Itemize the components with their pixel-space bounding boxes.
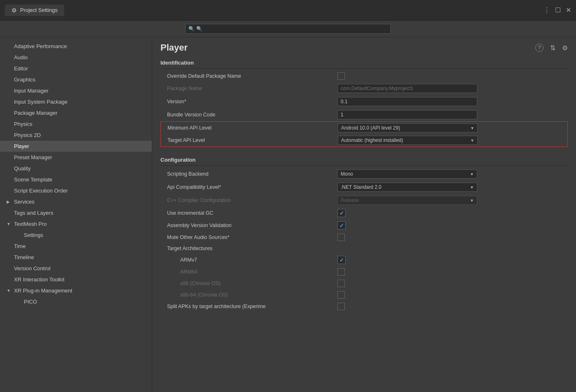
search-input-wrap: 🔍 [185,24,391,34]
search-input[interactable] [185,24,391,34]
use-incremental-gc-label: Use incremental GC [160,210,337,216]
sidebar-item-label: Input System Package [14,99,67,105]
sidebar-item-script-execution-order[interactable]: Script Execution Order [0,185,152,196]
header-icons: ? ⇅ ⚙ [535,44,568,52]
armv7-label: ARMv7 [160,257,337,263]
configuration-section: Configuration Scripting Backend Mono ▼ A… [152,153,576,319]
sidebar-item-input-system-package[interactable]: Input System Package [0,96,152,107]
mute-other-audio-sources-value [337,234,568,241]
maximize-icon[interactable]: ☐ [555,6,561,14]
title-bar-tab[interactable]: ⚙ Project Settings [5,5,64,16]
sidebar-item-audio[interactable]: Audio [0,52,152,63]
api-compatibility-level-dropdown[interactable]: .NET Standard 2.0 [337,183,477,192]
sidebar-item-textmesh-pro[interactable]: ▼ TextMesh Pro [0,218,152,230]
split-apks-value [337,303,568,310]
sidebar-item-package-manager[interactable]: Package Manager [0,107,152,118]
sidebar-item-label: Graphics [14,77,35,83]
window-title: Project Settings [20,7,58,13]
sidebar-item-xr-interaction-toolkit[interactable]: XR Interaction Toolkit [0,274,152,285]
sidebar-item-preset-manager[interactable]: Preset Manager [0,152,152,163]
use-incremental-gc-row: Use incremental GC [160,207,568,219]
more-options-icon[interactable]: ⋮ [543,6,550,14]
sidebar-item-adaptive-performance[interactable]: Adaptive Performance [0,41,152,52]
content-area: Player ? ⇅ ⚙ Identification Override Def… [152,37,576,392]
search-icon: 🔍 [188,26,195,32]
sidebar-item-pico[interactable]: PICO [0,296,152,307]
sidebar-item-quality[interactable]: Quality [0,163,152,174]
assembly-version-validation-checkbox[interactable] [337,221,346,230]
sidebar-item-label: Services [14,199,35,205]
scripting-backend-dropdown[interactable]: Mono [337,169,477,179]
sidebar-item-label: Physics 2D [14,132,41,138]
arm64-label: ARM64 [160,269,337,275]
sidebar-item-services[interactable]: ▶ Services [0,196,152,207]
package-name-row: Package Name [160,82,568,95]
override-default-package-name-checkbox[interactable] [337,72,345,80]
sidebar-item-physics[interactable]: Physics [0,118,152,130]
scripting-backend-value: Mono ▼ [337,169,568,179]
assembly-version-validation-value [337,221,568,230]
sidebar-item-timeline[interactable]: Timeline [0,252,152,263]
chevron-down-icon: ▼ [7,222,12,226]
configuration-header: Configuration [160,153,568,166]
package-name-input[interactable] [337,84,477,93]
sidebar-item-label: Version Control [14,265,51,271]
use-incremental-gc-checkbox[interactable] [337,209,346,217]
split-apks-checkbox[interactable] [337,303,345,310]
sidebar-item-version-control[interactable]: Version Control [0,263,152,274]
sidebar-item-input-manager[interactable]: Input Manager [0,85,152,96]
layout-icon[interactable]: ⇅ [550,44,555,52]
armv7-checkbox[interactable] [337,256,346,264]
assembly-version-validation-label: Assembly Version Validation [160,223,337,228]
use-incremental-gc-value [337,209,568,217]
x86-64-chrome-os-row: x86-64 (Chrome OS) [160,289,568,301]
sidebar-item-scene-template[interactable]: Scene Template [0,174,152,185]
override-default-package-name-label: Override Default Package Name [160,73,337,79]
mute-other-audio-sources-checkbox[interactable] [337,234,345,241]
sidebar-item-label: Timeline [14,254,34,260]
x86-chrome-os-checkbox[interactable] [337,280,345,287]
sidebar-item-textmesh-settings[interactable]: Settings [0,230,152,241]
arm64-row: ARM64 [160,266,568,278]
sidebar-item-physics-2d[interactable]: Physics 2D [0,130,152,141]
target-architectures-row: Target Architectures [160,243,568,254]
target-api-level-row: Target API Level Automatic (highest inst… [161,134,567,146]
arm64-value [337,268,568,276]
x86-chrome-os-row: x86 (Chrome OS) [160,278,568,289]
x86-64-chrome-os-checkbox[interactable] [337,291,345,299]
api-compatibility-level-row: Api Compatibility Level* .NET Standard 2… [160,181,568,194]
package-name-label: Package Name [160,86,337,91]
sidebar-item-graphics[interactable]: Graphics [0,74,152,85]
arm64-checkbox[interactable] [337,268,345,276]
version-input[interactable] [337,97,477,106]
override-default-package-name-value [337,72,568,80]
minimum-api-level-dropdown[interactable]: Android 10.0 (API level 29) [338,123,478,132]
sidebar-item-player[interactable]: Player [0,141,152,152]
cpp-compiler-configuration-row: C++ Compiler Configuration Release ▼ [160,194,568,207]
target-api-level-label: Target API Level [161,137,338,143]
sidebar-item-label: Input Manager [14,88,49,94]
search-bar: 🔍 [0,21,576,37]
armv7-value [337,256,568,264]
sidebar-item-editor[interactable]: Editor [0,63,152,74]
scripting-backend-dropdown-wrap: Mono ▼ [337,169,477,179]
sidebar-item-time[interactable]: Time [0,241,152,252]
title-bar-left: ⚙ Project Settings [5,5,64,16]
sidebar-item-tags-and-layers[interactable]: Tags and Layers [0,207,152,218]
target-api-level-dropdown-wrap: Automatic (highest installed) ▼ [338,136,478,145]
sidebar-item-label: Preset Manager [14,154,52,160]
title-bar: ⚙ Project Settings ⋮ ☐ ✕ [0,0,576,21]
close-icon[interactable]: ✕ [566,6,571,14]
cpp-compiler-configuration-dropdown[interactable]: Release [337,196,477,205]
settings-icon[interactable]: ⚙ [562,44,568,52]
version-label: Version* [160,99,337,104]
bundle-version-code-value [337,110,568,119]
target-api-level-dropdown[interactable]: Automatic (highest installed) [338,136,478,145]
package-name-value [337,84,568,93]
sidebar-item-label: Player [14,143,29,149]
bundle-version-code-input[interactable] [337,110,477,119]
sidebar-item-xr-plugin-management[interactable]: ▼ XR Plug-in Management [0,285,152,296]
sidebar-item-label: Tags and Layers [14,210,53,216]
help-icon[interactable]: ? [535,44,543,52]
api-level-highlighted-section: Minimum API Level Android 10.0 (API leve… [160,121,568,147]
